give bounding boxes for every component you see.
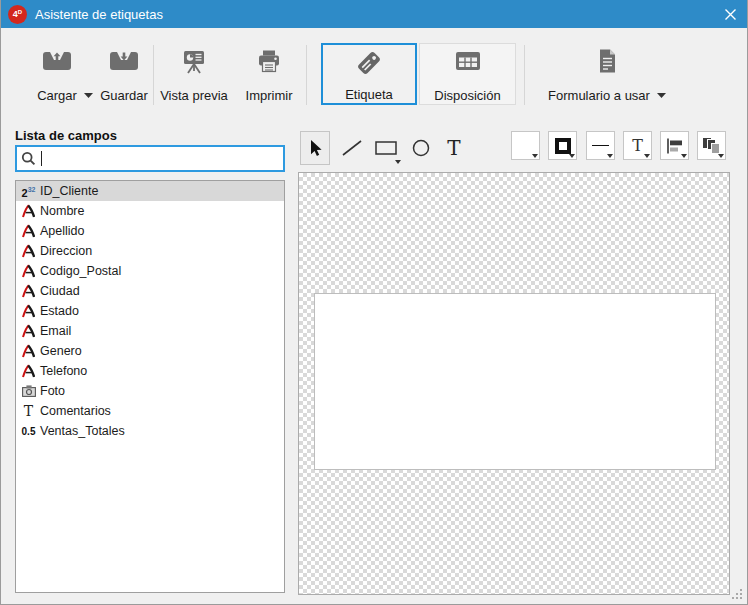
toolbar-separator xyxy=(306,45,307,105)
field-name: Apellido xyxy=(40,224,84,238)
list-item[interactable]: 232 T 0.5 Foto xyxy=(16,381,284,401)
list-item[interactable]: 232 T 0.5 Genero xyxy=(16,341,284,361)
dropdown-arrow-icon xyxy=(644,154,650,158)
formulario-a-usar-button[interactable]: Formulario a usar xyxy=(537,44,677,104)
printer-icon xyxy=(256,44,282,78)
label-area[interactable] xyxy=(314,293,716,470)
list-item[interactable]: 232 T 0.5 Email xyxy=(16,321,284,341)
dropdown-arrow-icon xyxy=(532,154,538,158)
field-name: Comentarios xyxy=(40,404,111,418)
cursor-arrow-icon xyxy=(307,139,323,158)
alpha-field-icon xyxy=(18,243,39,259)
field-name: Email xyxy=(40,324,71,338)
list-item[interactable]: 232 T 0.5 Ciudad xyxy=(16,281,284,301)
imprimir-button[interactable]: Imprimir xyxy=(239,44,299,104)
border-color-swatch xyxy=(555,138,571,154)
dropdown-arrow-icon xyxy=(607,154,613,158)
rectangle-icon xyxy=(375,141,397,155)
field-name: Nombre xyxy=(40,204,84,218)
tab-disposicion[interactable]: Disposición xyxy=(419,43,516,105)
field-name: Telefono xyxy=(40,364,87,378)
label-design-canvas[interactable] xyxy=(298,172,730,595)
field-name: Genero xyxy=(40,344,82,358)
close-button[interactable] xyxy=(710,0,748,28)
line-width-icon xyxy=(592,145,609,146)
field-name: Estado xyxy=(40,304,79,318)
dropdown-arrow-icon xyxy=(84,93,93,98)
field-name: Codigo_Postal xyxy=(40,264,121,278)
save-tray-icon xyxy=(109,44,139,78)
tab-etiqueta[interactable]: Etiqueta xyxy=(321,43,417,105)
dropdown-arrow-icon xyxy=(395,160,401,164)
toolbar-separator xyxy=(153,45,154,105)
field-name: Foto xyxy=(40,384,65,398)
4d-logo-icon: 4D xyxy=(8,5,27,24)
longint-field-icon: 232 xyxy=(18,183,39,199)
layout-grid-icon xyxy=(455,44,481,78)
list-item[interactable]: 232 T 0.5 Estado xyxy=(16,301,284,321)
border-color-button[interactable] xyxy=(548,131,577,160)
list-item[interactable]: 232 T 0.5 Direccion xyxy=(16,241,284,261)
label-wizard-window: 4D Asistente de etiquetas Cargar xyxy=(0,0,748,605)
list-item[interactable]: 232 T 0.5 Apellido xyxy=(16,221,284,241)
field-name: Ciudad xyxy=(40,284,80,298)
fill-color-button[interactable] xyxy=(511,131,540,160)
search-icon xyxy=(21,151,36,166)
etiqueta-label: Etiqueta xyxy=(345,87,393,102)
alpha-field-icon xyxy=(18,263,39,279)
text-tool-icon: T xyxy=(447,138,460,158)
real-field-icon: 0.5 xyxy=(18,423,39,439)
alpha-field-icon xyxy=(18,363,39,379)
line-width-button[interactable] xyxy=(586,131,615,160)
field-search-box[interactable] xyxy=(15,145,285,172)
dropdown-arrow-icon xyxy=(681,154,687,158)
fields-panel-title: Lista de campos xyxy=(15,128,117,143)
text-field-icon: T xyxy=(18,403,39,419)
field-name: ID_Cliente xyxy=(40,184,98,198)
ellipse-tool[interactable] xyxy=(406,131,436,165)
line-icon xyxy=(341,139,363,157)
alpha-field-icon xyxy=(18,283,39,299)
resize-grip[interactable] xyxy=(732,589,743,600)
formulario-label: Formulario a usar xyxy=(548,88,650,103)
font-button[interactable]: T xyxy=(623,131,652,160)
list-item[interactable]: 232 T 0.5 Telefono xyxy=(16,361,284,381)
text-caret xyxy=(41,151,42,166)
alpha-field-icon xyxy=(18,223,39,239)
close-icon xyxy=(725,9,736,20)
alpha-field-icon xyxy=(18,303,39,319)
form-document-icon xyxy=(597,44,617,78)
toolbar-separator xyxy=(524,45,525,105)
vista-previa-label: Vista previa xyxy=(160,88,228,103)
text-tool[interactable]: T xyxy=(439,131,469,165)
field-list[interactable]: 232 T 0.5 ID_Cliente 232 xyxy=(15,180,285,593)
list-item[interactable]: 232 T 0.5 Comentarios xyxy=(16,401,284,421)
vista-previa-button[interactable]: Vista previa xyxy=(161,44,227,104)
disposicion-label: Disposición xyxy=(434,88,500,103)
select-tool[interactable] xyxy=(300,131,330,165)
guardar-button[interactable]: Guardar xyxy=(93,44,155,104)
alpha-field-icon xyxy=(18,343,39,359)
picture-field-icon xyxy=(18,383,39,399)
arrange-layers-icon xyxy=(702,137,721,155)
ellipse-icon xyxy=(412,139,430,157)
tag-icon xyxy=(353,45,385,79)
list-item[interactable]: 232 T 0.5 Codigo_Postal xyxy=(16,261,284,281)
list-item[interactable]: 232 T 0.5 ID_Cliente xyxy=(16,181,284,201)
arrange-button[interactable] xyxy=(697,131,726,160)
line-tool[interactable] xyxy=(337,131,367,165)
preview-screen-icon xyxy=(181,44,207,78)
cargar-label: Cargar xyxy=(37,88,77,103)
list-item[interactable]: 232 T 0.5 Ventas_Totales xyxy=(16,421,284,441)
font-icon: T xyxy=(632,138,643,154)
title-bar[interactable]: 4D Asistente de etiquetas xyxy=(0,0,748,28)
imprimir-label: Imprimir xyxy=(246,88,293,103)
align-button[interactable] xyxy=(660,131,689,160)
dropdown-arrow-icon xyxy=(718,154,724,158)
dropdown-arrow-icon xyxy=(569,154,575,158)
alpha-field-icon xyxy=(18,203,39,219)
load-tray-icon xyxy=(42,44,72,78)
search-input[interactable] xyxy=(36,147,279,170)
rectangle-tool[interactable] xyxy=(370,131,402,165)
list-item[interactable]: 232 T 0.5 Nombre xyxy=(16,201,284,221)
